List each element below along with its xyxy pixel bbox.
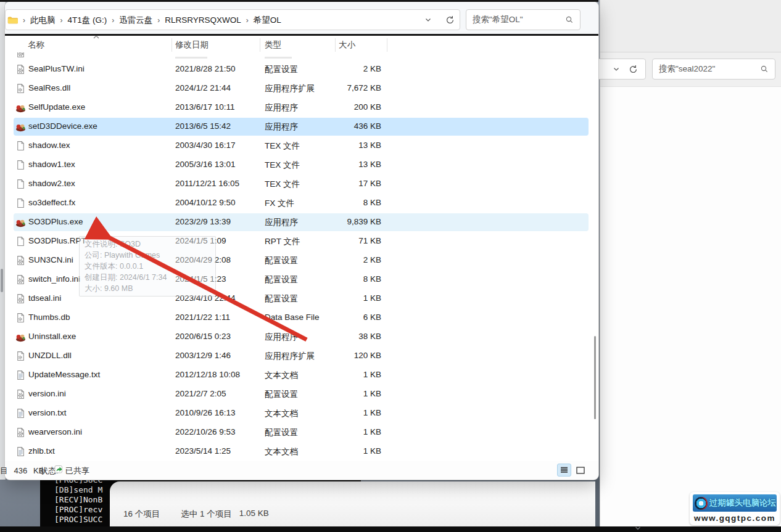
search-value: 搜索"seal2022"	[659, 63, 760, 75]
breadcrumb-item[interactable]: 希望OL	[254, 15, 281, 25]
table-row[interactable]: wearverson.ini 2022/10/26 9:53 配置设置 1 KB	[5, 423, 592, 442]
gear-file-icon	[15, 389, 26, 399]
selected-count: 选中 1 个项目	[181, 509, 232, 520]
table-row[interactable]: version.ini 2021/2/7 2:05 配置设置 1 KB	[5, 385, 592, 404]
items-count: 16 个项目	[123, 509, 160, 520]
file-name: zhlb.txt	[28, 446, 55, 456]
file-size: 1 KB	[307, 370, 381, 379]
blank-file-icon	[15, 179, 26, 189]
table-row[interactable]: shadow1.tex 2005/3/16 13:01 TEX 文件 13 KB	[5, 155, 592, 174]
dll-file-icon	[15, 83, 26, 94]
file-size: 1 KB	[307, 389, 381, 398]
table-row[interactable]: setD3DDevice.exe 2013/6/5 15:42 应用程序 436…	[5, 117, 592, 136]
table-row[interactable]: switch_info.ini 2024/1/5 1:23 配置设置 8 KB	[5, 270, 592, 289]
search-value: 搜索"希望OL"	[473, 14, 565, 25]
table-row[interactable]: SO3DPlus.exe 2023/2/9 13:39 应用程序 9,839 K…	[5, 213, 592, 232]
gear-file-icon	[15, 64, 26, 75]
file-name: SelfUpdate.exe	[28, 102, 85, 112]
left-scrollbar-thumb[interactable]	[1, 269, 3, 292]
status-size: 目 436 KB	[0, 465, 44, 477]
table-row[interactable]: tdseal.ini 2023/4/10 22:44 配置设置 1 KB	[5, 289, 592, 308]
file-size: 9,839 KB	[307, 217, 381, 226]
breadcrumb-item[interactable]: RLRSRYRSQXWOL	[165, 15, 241, 25]
taskbar-strip	[0, 526, 781, 532]
search-input[interactable]: 搜索"希望OL"	[466, 9, 581, 30]
address-bar-area: ›此电脑›4T1盘 (G:)›迅雷云盘›RLRSRYRSQXWOL›希望OL 搜…	[5, 2, 598, 34]
table-row[interactable]: SO3DPlus.RPT 2024/1/5 1:09 RPT 文件 71 KB	[5, 232, 592, 251]
file-date: 2023/2/9 13:39	[175, 217, 231, 226]
file-size: 1 KB	[307, 446, 381, 456]
column-header-name[interactable]: 名称	[28, 39, 44, 51]
file-date: 2011/12/21 16:05	[175, 179, 239, 188]
content-view-toggle[interactable]	[573, 464, 587, 477]
status-bar-window: 16 个项目 选中 1 个项目 1.05 KB	[110, 481, 595, 526]
file-size: 2 KB	[307, 255, 381, 264]
table-row[interactable]: version.txt 2010/9/26 16:13 文本文档 1 KB	[5, 404, 592, 423]
column-header-type[interactable]: 类型	[265, 39, 281, 51]
dll-file-icon	[15, 351, 26, 361]
breadcrumb-item[interactable]: 4T1盘 (G:)	[68, 15, 107, 25]
table-row[interactable]: Uninstall.exe 2020/6/15 0:23 应用程序 38 KB	[5, 327, 592, 346]
table-row[interactable]: SUN3CN.ini 2020/4/29 2:08 配置设置 2 KB	[5, 251, 592, 270]
forum-title: 过期罐头电脑论坛	[709, 497, 776, 509]
text-file-icon	[15, 408, 26, 419]
selected-size: 1.05 KB	[239, 509, 269, 520]
file-list: SealPlusTW.ini 2021/8/28 21:50 配置设置 2 KB…	[5, 60, 592, 461]
column-header-size[interactable]: 大小	[339, 39, 355, 51]
breadcrumb-item[interactable]: 此电脑	[30, 15, 56, 25]
address-dropdown-icon[interactable]	[424, 16, 432, 23]
file-size: 71 KB	[307, 236, 381, 245]
refresh-icon[interactable]	[445, 15, 455, 25]
table-row[interactable]: shadow.tex 2003/4/30 16:17 TEX 文件 13 KB	[5, 136, 592, 155]
file-type: TEX 文件	[265, 141, 300, 152]
table-row[interactable]: SealPlusTW.ini 2021/8/28 21:50 配置设置 2 KB	[5, 60, 592, 79]
file-type: 配置设置	[265, 427, 298, 438]
breadcrumb-item[interactable]: 迅雷云盘	[119, 15, 152, 25]
chevron-down-icon[interactable]	[613, 65, 620, 73]
scrollbar[interactable]	[593, 39, 597, 458]
app-exe-icon	[15, 102, 26, 113]
refresh-icon[interactable]	[629, 65, 638, 74]
file-type: 配置设置	[265, 274, 298, 285]
sort-ascending-icon	[93, 35, 100, 39]
file-name: shadow.tex	[28, 141, 70, 150]
breadcrumb-separator-icon: ›	[107, 16, 119, 25]
breadcrumb: ›此电脑›4T1盘 (G:)›迅雷云盘›RLRSRYRSQXWOL›希望OL	[5, 9, 460, 30]
file-date: 2024/1/2 21:44	[175, 83, 231, 92]
status-shared: 已共享	[65, 465, 89, 477]
table-row[interactable]: SealRes.dll 2024/1/2 21:44 应用程序扩展 7,672 …	[5, 79, 592, 98]
file-size: 2 KB	[307, 64, 381, 73]
file-size: 1 KB	[307, 427, 381, 436]
table-row[interactable]: zhlb.txt 2023/5/14 1:25 文本文档 1 KB	[5, 442, 592, 461]
search-input[interactable]: 搜索"seal2022"	[652, 59, 775, 80]
table-row[interactable]: SelfUpdate.exe 2013/6/17 10:11 应用程序 200 …	[5, 98, 592, 117]
app-exe-icon	[15, 121, 26, 132]
file-date: 2013/6/5 15:42	[175, 121, 231, 131]
column-header-date[interactable]: 修改日期	[175, 39, 209, 51]
table-row[interactable]: so3deffect.fx 2004/10/12 9:50 FX 文件 8 KB	[5, 194, 592, 213]
file-name: SO3DPlus.exe	[28, 217, 83, 226]
file-name: version.ini	[28, 389, 66, 398]
file-type: 文本文档	[265, 446, 298, 457]
file-name: SealRes.dll	[28, 83, 70, 92]
file-date: 2004/10/12 9:50	[175, 198, 236, 207]
list-view-toggle[interactable]	[557, 464, 571, 477]
table-row[interactable]: Thumbs.db 2021/1/22 1:11 Data Base File …	[5, 308, 592, 327]
file-name: SealPlusTW.ini	[28, 64, 85, 73]
background-window-body	[600, 87, 781, 527]
file-date: 2021/1/22 1:11	[175, 313, 230, 322]
text-file-icon	[15, 370, 26, 380]
table-row[interactable]: shadow2.tex 2011/12/21 16:05 TEX 文件 17 K…	[5, 174, 592, 194]
scrollbar-thumb[interactable]	[594, 336, 596, 419]
file-size: 6 KB	[307, 313, 381, 322]
table-row[interactable]: UNZDLL.dll 2003/12/9 1:46 应用程序扩展 120 KB	[5, 346, 592, 366]
file-type: 配置设置	[265, 64, 298, 75]
file-type: 配置设置	[265, 255, 298, 266]
table-row[interactable]: UpdateMessage.txt 2012/12/18 10:08 文本文档 …	[5, 366, 592, 385]
breadcrumb-items: ›此电脑›4T1盘 (G:)›迅雷云盘›RLRSRYRSQXWOL›希望OL	[18, 14, 281, 26]
file-size: 38 KB	[307, 332, 381, 341]
file-size: 17 KB	[307, 179, 381, 188]
address-nav-box	[592, 59, 646, 80]
forum-watermark: 过期罐头电脑论坛 www.gqgtpc.com	[690, 492, 780, 525]
file-date: 2021/8/28 21:50	[175, 64, 236, 73]
